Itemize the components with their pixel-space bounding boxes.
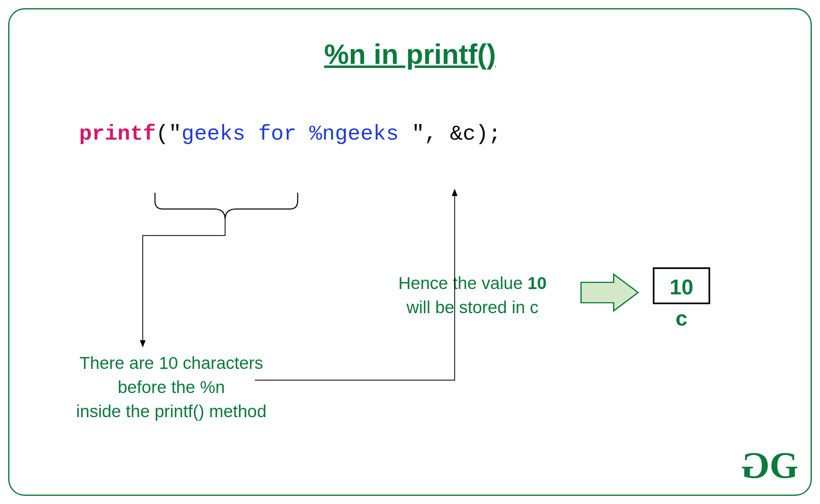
value-box-label: c xyxy=(653,306,710,330)
arrowhead-up xyxy=(452,189,457,196)
explain-stored-prefix: Hence the value xyxy=(398,273,527,293)
diagram-frame: %n in printf() printf("geeks for %ngeeks… xyxy=(8,8,812,496)
explain-characters: There are 10 charactersbefore the %ninsi… xyxy=(57,351,286,423)
explain-stored-value: 10 xyxy=(527,273,547,293)
code-line: printf("geeks for %ngeeks ", &c); xyxy=(79,122,501,146)
explain-stored: Hence the value 10will be stored in c xyxy=(374,271,571,320)
code-string: geeks for %ngeeks xyxy=(182,122,412,146)
code-quote2: " xyxy=(411,122,424,146)
value-box: 10 xyxy=(653,267,710,304)
code-quote1: " xyxy=(168,122,181,146)
geeksforgeeks-logo: GG xyxy=(745,444,794,486)
big-arrow-icon xyxy=(581,274,638,311)
brace-icon xyxy=(155,193,298,219)
code-fn: printf xyxy=(79,122,156,146)
logo-g: G xyxy=(770,445,794,486)
code-open: ( xyxy=(156,122,168,146)
arrowhead-left xyxy=(140,340,145,348)
diagram-title: %n in printf() xyxy=(9,38,811,70)
logo-g-flipped: G xyxy=(745,444,770,486)
code-tail: , &c); xyxy=(425,122,501,146)
explain-stored-suffix: will be stored in c xyxy=(407,298,538,317)
connector-left xyxy=(143,219,225,343)
